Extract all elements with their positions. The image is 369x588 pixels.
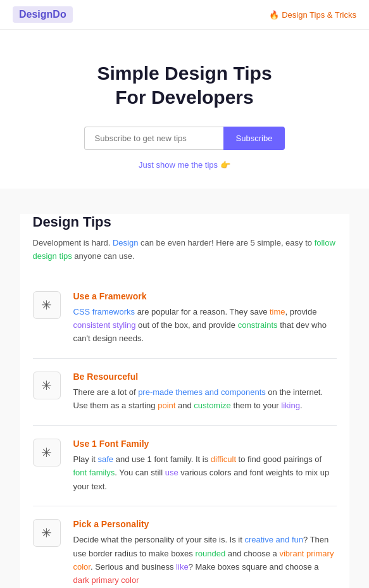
- tips-section: Design Tips Development is hard. Design …: [20, 214, 349, 588]
- tips-heading: Design Tips: [33, 214, 337, 230]
- hero-title: Simple Design Tips For Developers: [84, 61, 286, 109]
- tip-content-4: Pick a Personality Decide what the perso…: [73, 519, 337, 587]
- tip-body-4: Decide what the personality of your site…: [73, 533, 337, 587]
- tip-content-2: Be Resourceful There are a lot of pre-ma…: [73, 372, 337, 413]
- subscribe-button[interactable]: Subscribe: [223, 127, 285, 150]
- fire-icon: 🔥: [269, 10, 279, 20]
- tip-content-1: Use a Framework CSS frameworks are popul…: [73, 291, 337, 346]
- hero-section: Simple Design Tips For Developers Subscr…: [0, 30, 369, 189]
- tip-icon-4: ✳: [33, 519, 61, 547]
- tip-icon-2: ✳: [33, 372, 61, 399]
- tip-body-1: CSS frameworks are popular for a reason.…: [73, 305, 337, 346]
- tips-intro: Development is hard. Design can be even …: [33, 237, 337, 263]
- skip-link[interactable]: Just show me the tips 👉: [13, 160, 356, 170]
- tip-item: ✳ Use a Framework CSS frameworks are pop…: [33, 278, 337, 359]
- subscribe-form: Subscribe: [13, 127, 356, 150]
- tip-icon-1: ✳: [33, 291, 61, 319]
- tip-title-2: Be Resourceful: [73, 372, 337, 382]
- email-input[interactable]: [84, 127, 223, 150]
- nav-tips-link[interactable]: 🔥 Design Tips & Tricks: [269, 10, 356, 20]
- point-icon: 👉: [220, 160, 230, 170]
- tip-title-4: Pick a Personality: [73, 519, 337, 529]
- tip-content-3: Use 1 Font Family Play it safe and use 1…: [73, 439, 337, 493]
- tip-title-3: Use 1 Font Family: [73, 439, 337, 449]
- tip-item: ✳ Pick a Personality Decide what the per…: [33, 506, 337, 588]
- tip-icon-3: ✳: [33, 439, 61, 466]
- tip-body-3: Play it safe and use 1 font family. It i…: [73, 453, 337, 493]
- tip-item: ✳ Use 1 Font Family Play it safe and use…: [33, 426, 337, 506]
- navbar: DesignDo 🔥 Design Tips & Tricks: [0, 0, 369, 30]
- tip-body-2: There are a lot of pre-made themes and c…: [73, 385, 337, 413]
- tip-title-1: Use a Framework: [73, 291, 337, 301]
- brand-logo[interactable]: DesignDo: [13, 6, 73, 23]
- tip-item: ✳ Be Resourceful There are a lot of pre-…: [33, 359, 337, 426]
